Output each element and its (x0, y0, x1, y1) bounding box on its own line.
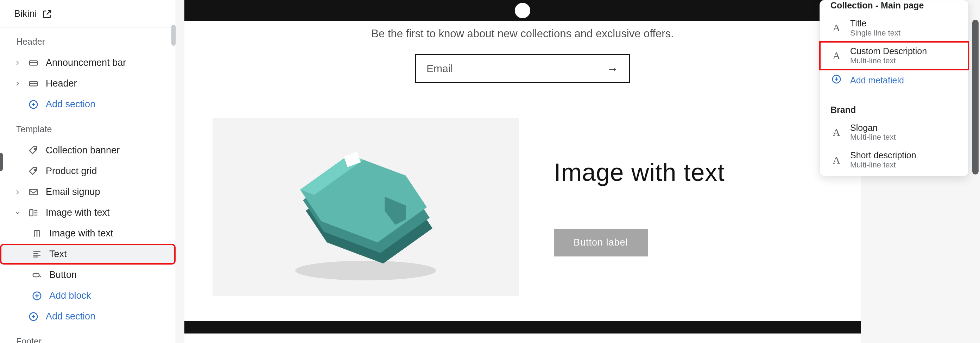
add-metafield-label: Add metafield (850, 75, 904, 86)
iwt-button-label: Button label (574, 237, 628, 248)
sidebar-scrollbar[interactable] (171, 25, 176, 46)
sections-sidebar: Bikini Header Announcement bar Header Ad… (0, 0, 176, 343)
mf-subtype: Multi-line text (850, 160, 916, 170)
group-footer-label: Footer (0, 327, 176, 343)
section-product-grid[interactable]: Product grid (0, 161, 176, 181)
group-header-label: Header (0, 27, 176, 52)
mf-item-slogan[interactable]: A Slogan Multi-line text (820, 119, 968, 146)
chevron-right-icon (14, 58, 21, 68)
chevron-right-icon (14, 78, 21, 89)
settings-scrollbar[interactable] (972, 20, 978, 175)
image-with-text-section[interactable]: Image with text Button label (213, 118, 832, 296)
iwt-heading: Image with text (554, 158, 832, 186)
plus-circle-icon (28, 99, 39, 110)
add-section-header[interactable]: Add section (0, 94, 176, 115)
block-label: Button (49, 270, 77, 280)
tshirt-stack-icon (274, 130, 457, 284)
mail-icon (28, 187, 39, 197)
section-email-signup[interactable]: Email signup (0, 181, 176, 202)
mf-title: Slogan (850, 123, 896, 133)
metafield-picker: Collection - Main page A Title Single li… (819, 0, 969, 176)
placeholder-image (213, 118, 519, 296)
section-label: Header (46, 78, 77, 89)
preview-footer-bar (185, 321, 861, 333)
plus-circle-icon (32, 291, 42, 301)
block-image-with-text[interactable]: Image with text (0, 223, 176, 244)
section-collection-banner[interactable]: Collection banner (0, 140, 176, 161)
mf-item-short-description[interactable]: A Short description Multi-line text (820, 146, 968, 174)
section-label: Product grid (46, 166, 97, 176)
add-block[interactable]: Add block (0, 285, 176, 306)
section-label: Email signup (46, 186, 100, 197)
chevron-right-icon (14, 187, 21, 197)
mf-group-collection: Collection - Main page (820, 0, 968, 11)
mf-item-title[interactable]: A Title Single line text (820, 14, 968, 42)
group-template-label: Template (0, 115, 176, 140)
section-icon (28, 78, 39, 89)
add-section-label: Add section (46, 311, 95, 322)
text-align-icon (32, 249, 42, 260)
mf-title: Title (850, 18, 900, 29)
block-label: Image with text (49, 228, 113, 239)
svg-rect-6 (30, 210, 33, 216)
tag-icon (28, 166, 39, 176)
theme-preview: Be the first to know about new collectio… (185, 0, 861, 343)
iwt-button[interactable]: Button label (554, 229, 648, 256)
section-label: Collection banner (46, 145, 119, 156)
external-link-icon (42, 9, 52, 19)
plus-circle-icon (830, 74, 842, 87)
hero-subtitle: Be the first to know about new collectio… (185, 21, 861, 54)
email-placeholder: Email (426, 63, 453, 75)
tag-icon (28, 145, 39, 156)
plus-circle-icon (28, 311, 39, 322)
text-type-icon: A (830, 154, 842, 166)
section-header[interactable]: Header (0, 73, 176, 94)
svg-point-4 (35, 169, 36, 170)
add-section-template[interactable]: Add section (0, 306, 176, 327)
section-image-with-text[interactable]: Image with text (0, 202, 176, 223)
image-text-icon (28, 208, 39, 218)
add-metafield[interactable]: Add metafield (820, 70, 968, 91)
text-type-icon: A (830, 126, 842, 138)
email-input[interactable]: Email → (415, 54, 630, 83)
text-type-icon: A (830, 22, 842, 34)
block-label: Text (49, 249, 67, 260)
button-icon (32, 270, 42, 280)
section-label: Image with text (46, 207, 110, 218)
text-type-icon: A (830, 49, 842, 62)
arrow-right-icon[interactable]: → (607, 62, 619, 76)
mf-title: Custom Description (850, 46, 927, 56)
mf-group-brand: Brand (820, 105, 968, 115)
page-selector[interactable]: Bikini (0, 0, 176, 27)
heading-icon (32, 228, 42, 239)
add-section-label: Add section (46, 99, 95, 110)
mf-title: Short description (850, 150, 916, 160)
mf-subtype: Multi-line text (850, 56, 927, 65)
chevron-down-icon (14, 208, 21, 218)
svg-rect-7 (33, 273, 40, 277)
mf-subtype: Single line text (850, 29, 900, 38)
page-name: Bikini (14, 8, 37, 19)
mf-item-custom-description[interactable]: A Custom Description Multi-line text (820, 42, 968, 70)
divider (820, 97, 968, 97)
section-label: Announcement bar (46, 57, 126, 68)
svg-point-3 (35, 148, 36, 149)
active-indicator-pill (0, 153, 3, 171)
block-button[interactable]: Button (0, 265, 176, 285)
preview-header-bar (185, 0, 861, 21)
email-signup-block: Email → (185, 54, 861, 118)
section-icon (28, 58, 39, 68)
svg-rect-5 (30, 189, 38, 195)
add-block-label: Add block (49, 290, 91, 301)
logo-icon (515, 3, 530, 18)
block-text[interactable]: Text (0, 244, 176, 265)
svg-point-10 (295, 261, 436, 280)
mf-subtype: Multi-line text (850, 133, 896, 142)
section-announcement-bar[interactable]: Announcement bar (0, 52, 176, 73)
